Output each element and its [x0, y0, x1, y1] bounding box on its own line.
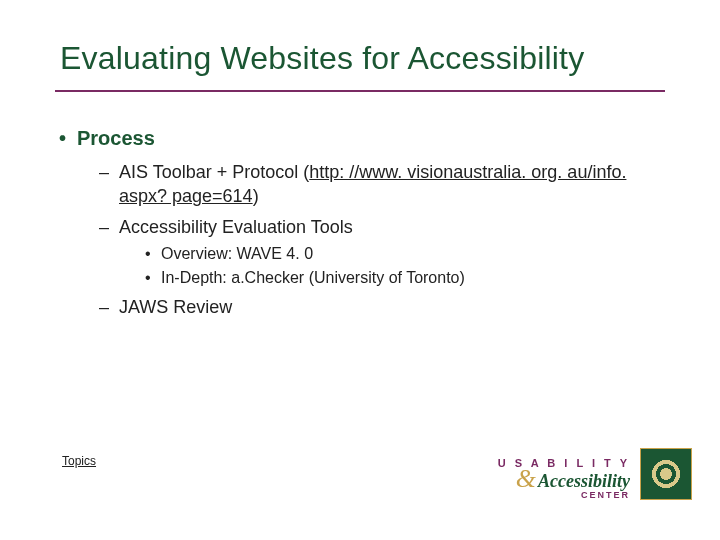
footer-logos: U S A B I L I T Y & Accessibility CENTER [498, 448, 692, 500]
uac-logo: U S A B I L I T Y & Accessibility CENTER [498, 458, 630, 500]
msu-badge-icon [640, 448, 692, 500]
bullet-overview: Overview: WAVE 4. 0 [145, 243, 665, 265]
ais-label-post: ) [253, 186, 259, 206]
bullet-tools: Accessibility Evaluation Tools Overview:… [99, 215, 665, 289]
topics-link[interactable]: Topics [62, 454, 96, 468]
slide-title: Evaluating Websites for Accessibility [60, 40, 680, 77]
ais-label-pre: AIS Toolbar + Protocol ( [119, 162, 309, 182]
bullet-process: Process AIS Toolbar + Protocol (http: //… [55, 125, 665, 319]
bullet-jaws: JAWS Review [99, 295, 665, 319]
tools-label: Accessibility Evaluation Tools [119, 217, 353, 237]
slide: Evaluating Websites for Accessibility Pr… [0, 0, 720, 540]
title-underline [55, 90, 665, 92]
slide-body: Process AIS Toolbar + Protocol (http: //… [55, 125, 665, 329]
bullet-indepth: In-Depth: a.Checker (University of Toron… [145, 267, 665, 289]
bullet-ais: AIS Toolbar + Protocol (http: //www. vis… [99, 160, 665, 209]
ampersand-icon: & [516, 469, 536, 490]
seal-icon [649, 457, 683, 491]
uac-accessibility-text: Accessibility [538, 472, 630, 490]
process-heading: Process [77, 127, 155, 149]
